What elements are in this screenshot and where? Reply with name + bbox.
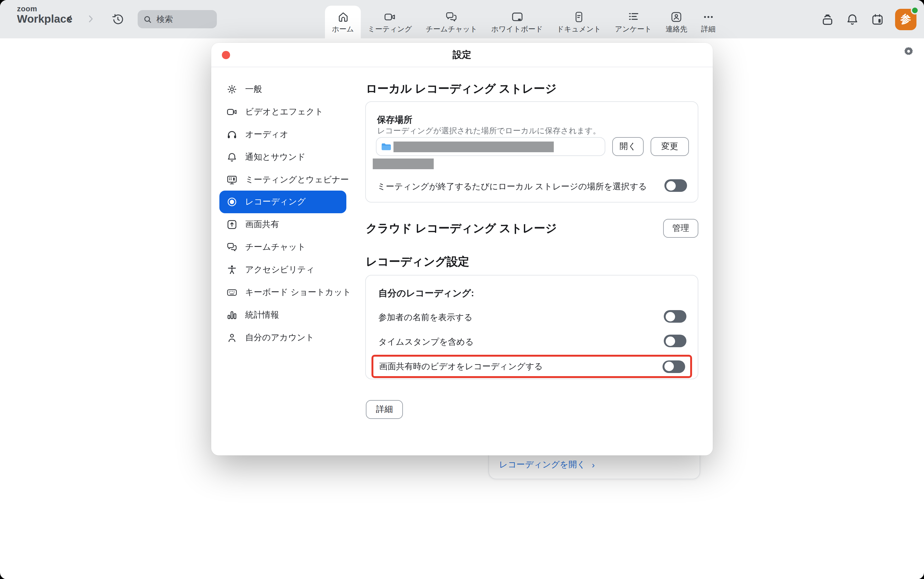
sidebar-item-team-chat[interactable]: チームチャット: [219, 236, 346, 258]
video-camera-icon: [226, 106, 238, 118]
chat-bubbles-icon: [445, 10, 458, 23]
record-circle-icon: [226, 196, 238, 208]
bell-icon: [226, 151, 238, 163]
gear-icon: [903, 46, 914, 57]
forward-button[interactable]: [83, 11, 98, 26]
notifications-button[interactable]: [845, 11, 860, 27]
sidebar-item-my-account[interactable]: 自分のアカウント: [219, 327, 346, 349]
sidebar-item-video-effects[interactable]: ビデオとエフェクト: [219, 101, 346, 123]
history-clock-icon: [111, 12, 124, 26]
open-button[interactable]: 開く: [612, 137, 644, 156]
dialog-title: 設定: [453, 49, 471, 61]
keyboard-icon: [226, 287, 238, 298]
sidebar-item-notifications[interactable]: 通知とサウンド: [219, 146, 346, 168]
record-video-during-screen-share-toggle[interactable]: [663, 360, 685, 373]
share-screen-icon: [226, 219, 238, 231]
sidebar-item-accessibility[interactable]: アクセシビリティ: [219, 258, 346, 281]
tab-meetings[interactable]: ミーティング: [361, 6, 419, 38]
tab-docs[interactable]: ドキュメント: [550, 6, 608, 38]
my-recordings-card: 自分のレコーディング: 参加者の名前を表示する タイムスタンプを含める 画面共有…: [365, 275, 698, 379]
manage-button[interactable]: 管理: [663, 219, 698, 238]
bar-chart-icon: [226, 309, 238, 321]
choose-location-each-meeting-label: ミーティングが終了するたびにローカル ストレージの場所を選択する: [377, 181, 647, 193]
tab-whiteboard[interactable]: ホワイトボード: [484, 6, 550, 38]
avatar-initial: 参: [900, 12, 911, 26]
monitor-grid-icon: [226, 174, 238, 185]
back-button[interactable]: [62, 11, 77, 26]
show-participant-names-label: 参加者の名前を表示する: [378, 312, 473, 323]
settings-sidebar: 一般 ビデオとエフェクト オーディオ 通知とサウンド ミーティングとウェビナー …: [219, 78, 346, 349]
chevron-right-icon: [85, 14, 96, 24]
ellipsis-icon: [702, 10, 715, 23]
screen: zoom Workplace 検索 ホーム ミーティング: [0, 0, 924, 579]
accessibility-person-icon: [226, 264, 238, 275]
gear-icon: [226, 83, 238, 95]
redacted-info-bar: [373, 159, 434, 169]
calendar-icon: [870, 12, 885, 26]
cloud-storage-heading: クラウド レコーディング ストレージ: [366, 221, 557, 236]
presence-online-dot: [911, 6, 919, 14]
search-icon: [143, 15, 152, 24]
device-cast-icon: [820, 12, 834, 26]
sidebar-item-keyboard-shortcuts[interactable]: キーボード ショートカット: [219, 281, 346, 304]
open-recordings-link[interactable]: レコーディングを開く ›: [499, 459, 595, 471]
home-icon: [337, 10, 349, 23]
tab-more[interactable]: 詳細: [694, 6, 722, 38]
details-button[interactable]: 詳細: [366, 400, 403, 419]
recording-settings-heading: レコーディング設定: [366, 254, 469, 269]
save-location-label: 保存場所: [377, 114, 412, 126]
change-button[interactable]: 変更: [650, 137, 689, 156]
choose-location-toggle[interactable]: [664, 179, 687, 192]
zoom-workplace-window: zoom Workplace 検索 ホーム ミーティング: [0, 0, 924, 579]
avatar[interactable]: 参: [895, 8, 916, 30]
tab-home[interactable]: ホーム: [325, 6, 361, 38]
sidebar-item-statistics[interactable]: 統計情報: [219, 304, 346, 327]
redacted-path-bar: [393, 141, 554, 152]
local-storage-heading: ローカル レコーディング ストレージ: [366, 81, 557, 96]
whiteboard-icon: [511, 10, 523, 23]
highlight-annotation-box: 画面共有時のビデオをレコーディングする: [372, 355, 692, 378]
history-button[interactable]: [110, 11, 125, 26]
save-location-description: レコーディングが選択された場所でローカルに保存されます。: [377, 126, 601, 136]
sidebar-item-audio[interactable]: オーディオ: [219, 123, 346, 146]
sidebar-item-screen-share[interactable]: 画面共有: [219, 214, 346, 236]
search-input[interactable]: 検索: [138, 10, 217, 28]
tab-contacts[interactable]: 連絡先: [659, 6, 694, 38]
include-timestamp-label: タイムスタンプを含める: [378, 337, 474, 348]
headphones-icon: [226, 129, 238, 140]
bell-icon: [846, 12, 859, 26]
contact-card-icon: [670, 10, 683, 23]
local-storage-card: 保存場所 レコーディングが選択された場所でローカルに保存されます。 開く 変更 …: [365, 101, 698, 203]
include-timestamp-toggle[interactable]: [664, 335, 686, 347]
settings-dialog: 設定 一般 ビデオとエフェクト オーディオ 通知とサウンド ミーティング: [211, 43, 713, 455]
chevron-left-icon: [65, 14, 75, 24]
close-button[interactable]: [222, 51, 230, 59]
chat-bubbles-icon: [226, 242, 238, 253]
search-placeholder: 検索: [156, 13, 173, 25]
recording-settings-panel: ローカル レコーディング ストレージ 保存場所 レコーディングが選択された場所で…: [366, 67, 698, 455]
recording-path-field[interactable]: [376, 137, 605, 156]
video-camera-icon: [383, 10, 396, 23]
folder-icon: [381, 141, 392, 152]
main-tabs: ホーム ミーティング チームチャット ホワイトボード ドキュメント アンケート: [325, 0, 722, 38]
sidebar-item-general[interactable]: 一般: [219, 78, 346, 101]
person-icon: [226, 332, 238, 343]
top-bar: zoom Workplace 検索 ホーム ミーティング: [0, 0, 924, 38]
page-settings-gear-button[interactable]: [903, 46, 914, 59]
connect-device-button[interactable]: [820, 11, 835, 27]
my-recordings-label: 自分のレコーディング:: [378, 288, 474, 299]
sidebar-item-meetings-webinars[interactable]: ミーティングとウェビナー: [219, 168, 346, 191]
tab-team-chat[interactable]: チームチャット: [419, 6, 484, 38]
tab-surveys[interactable]: アンケート: [608, 6, 659, 38]
document-icon: [573, 10, 585, 23]
topbar-right-icons: 参: [820, 0, 916, 38]
calendar-button[interactable]: [870, 11, 885, 27]
poll-list-icon: [627, 10, 640, 23]
show-participant-names-toggle[interactable]: [664, 310, 686, 323]
dialog-header: 設定: [211, 43, 713, 67]
chevron-right-icon: ›: [592, 460, 595, 470]
record-video-during-screen-share-label: 画面共有時のビデオをレコーディングする: [379, 361, 543, 372]
sidebar-item-recording[interactable]: レコーディング: [219, 191, 346, 214]
